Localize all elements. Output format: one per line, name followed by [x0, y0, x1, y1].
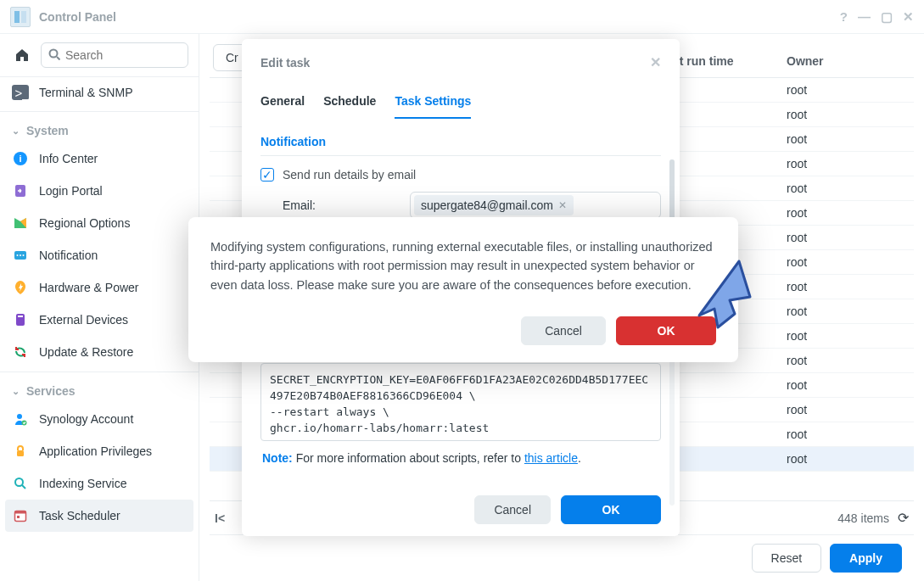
- search-input[interactable]: [65, 48, 181, 62]
- email-row: Email: supergate84@gmail.com ✕: [283, 192, 661, 219]
- sidebar-item-terminal-snmp[interactable]: >_ Terminal & SNMP: [0, 77, 199, 108]
- owner-cell: root: [787, 452, 807, 466]
- svg-rect-18: [17, 516, 20, 518]
- checkbox-send-email[interactable]: ✓: [260, 168, 274, 182]
- update-restore-icon: [12, 344, 29, 360]
- tab-general[interactable]: General: [260, 87, 305, 118]
- sidebar-item-info-center[interactable]: i Info Center: [0, 142, 199, 175]
- tab-task-settings[interactable]: Task Settings: [395, 87, 471, 118]
- confirm-dialog: Modifying system configurations, running…: [188, 217, 738, 362]
- apply-button[interactable]: Apply: [830, 544, 902, 573]
- chevron-down-icon: ⌄: [12, 126, 20, 137]
- owner-cell: root: [787, 206, 807, 220]
- divider: [0, 111, 199, 112]
- sidebar-group-system[interactable]: ⌄ System: [0, 115, 199, 142]
- note-prefix: Note:: [262, 451, 293, 465]
- send-email-row[interactable]: ✓ Send run details by email: [260, 168, 661, 182]
- sidebar-group-services[interactable]: ⌄ Services: [0, 376, 199, 403]
- window-titlebar: Control Panel ? — ▢ ✕: [0, 0, 924, 34]
- maximize-icon[interactable]: ▢: [881, 9, 893, 25]
- application-privileges-icon: [12, 443, 29, 460]
- edit-cancel-button[interactable]: Cancel: [474, 495, 551, 524]
- terminal-icon: >_: [12, 85, 29, 100]
- owner-cell: root: [787, 108, 807, 121]
- bottom-action-bar: Reset Apply: [210, 534, 914, 581]
- sidebar-item-label: Hardware & Power: [39, 281, 139, 294]
- sidebar-item-label: External Devices: [39, 313, 128, 327]
- dialog-close-icon[interactable]: ✕: [650, 54, 661, 70]
- hardware-power-icon: [12, 279, 29, 296]
- divider: [0, 372, 199, 372]
- chevron-down-icon: ⌄: [12, 386, 20, 397]
- owner-cell: root: [787, 83, 807, 97]
- sidebar-item-hardware-power[interactable]: Hardware & Power: [0, 271, 199, 304]
- sidebar-item-label: Notification: [39, 249, 98, 262]
- owner-cell: root: [787, 378, 807, 392]
- sidebar-item-indexing-service[interactable]: Indexing Service: [0, 467, 199, 500]
- edit-ok-button[interactable]: OK: [561, 495, 661, 524]
- login-portal-icon: [12, 182, 29, 199]
- confirm-ok-button[interactable]: OK: [616, 316, 716, 345]
- pager-first-icon[interactable]: I<: [210, 511, 225, 525]
- svg-point-15: [15, 478, 23, 486]
- home-button[interactable]: [10, 43, 34, 67]
- notification-icon: [12, 247, 29, 264]
- sidebar-group-label: Services: [26, 384, 76, 398]
- column-owner[interactable]: Owner: [787, 54, 914, 68]
- column-next-run-time[interactable]: xt run time: [673, 54, 787, 68]
- task-scheduler-icon: [12, 507, 29, 524]
- indexing-service-icon: [12, 475, 29, 492]
- svg-rect-14: [17, 450, 24, 456]
- svg-rect-0: [14, 11, 20, 23]
- owner-cell: root: [787, 280, 807, 293]
- sidebar: >_ Terminal & SNMP ⌄ System i Info Cente…: [0, 34, 199, 581]
- synology-account-icon: [12, 411, 29, 427]
- note-link[interactable]: this article: [524, 451, 578, 465]
- sidebar-item-synology-account[interactable]: Synology Account: [0, 403, 199, 435]
- owner-cell: root: [787, 157, 807, 170]
- sidebar-item-login-portal[interactable]: Login Portal: [0, 175, 199, 207]
- tab-schedule[interactable]: Schedule: [323, 87, 376, 118]
- close-window-icon[interactable]: ✕: [903, 9, 914, 25]
- note-suffix: .: [578, 451, 581, 465]
- owner-cell: root: [787, 403, 807, 416]
- script-note: Note: For more information about scripts…: [262, 451, 659, 465]
- sidebar-item-regional-options[interactable]: Regional Options: [0, 207, 199, 239]
- dialog-title: Edit task: [260, 56, 310, 70]
- sidebar-item-application-privileges[interactable]: Application Privileges: [0, 435, 199, 467]
- email-chip[interactable]: supergate84@gmail.com ✕: [414, 195, 574, 215]
- sidebar-item-label: Task Scheduler: [39, 509, 120, 522]
- sidebar-item-label: Application Privileges: [39, 444, 152, 458]
- search-box[interactable]: [41, 42, 188, 68]
- sidebar-item-label: Indexing Service: [39, 477, 127, 490]
- sidebar-group-label: System: [26, 124, 69, 137]
- chip-remove-icon[interactable]: ✕: [558, 199, 567, 211]
- svg-point-2: [50, 49, 58, 57]
- sidebar-item-task-scheduler[interactable]: Task Scheduler: [5, 500, 193, 532]
- create-button-label: Cr: [226, 51, 238, 64]
- sidebar-item-label: Info Center: [39, 152, 98, 165]
- sidebar-item-label: Regional Options: [39, 216, 130, 230]
- svg-point-7: [17, 254, 19, 256]
- confirm-message: Modifying system configurations, running…: [210, 237, 716, 294]
- help-icon[interactable]: ?: [840, 9, 848, 24]
- owner-cell: root: [787, 231, 807, 244]
- refresh-icon[interactable]: ⟳: [898, 510, 914, 526]
- email-label: Email:: [283, 198, 410, 212]
- dialog-footer: Cancel OK: [242, 483, 680, 536]
- sidebar-item-notification[interactable]: Notification: [0, 239, 199, 271]
- section-notification: Notification: [260, 130, 661, 156]
- svg-rect-1: [21, 11, 26, 23]
- reset-button[interactable]: Reset: [752, 544, 822, 573]
- confirm-cancel-button[interactable]: Cancel: [521, 316, 606, 345]
- sidebar-item-update-restore[interactable]: Update & Restore: [0, 336, 199, 368]
- app-icon: [10, 7, 31, 27]
- sidebar-item-external-devices[interactable]: External Devices: [0, 304, 199, 336]
- minimize-icon[interactable]: —: [858, 9, 871, 24]
- info-icon: i: [12, 150, 29, 167]
- email-input[interactable]: supergate84@gmail.com ✕: [410, 192, 661, 219]
- script-textarea[interactable]: SECRET_ENCRYPTION_KEY=E0AF06FF6D1FA23AE0…: [260, 363, 661, 441]
- sidebar-item-label: Synology Account: [39, 412, 133, 426]
- search-icon: [48, 48, 60, 63]
- note-text: For more information about scripts, refe…: [293, 451, 524, 465]
